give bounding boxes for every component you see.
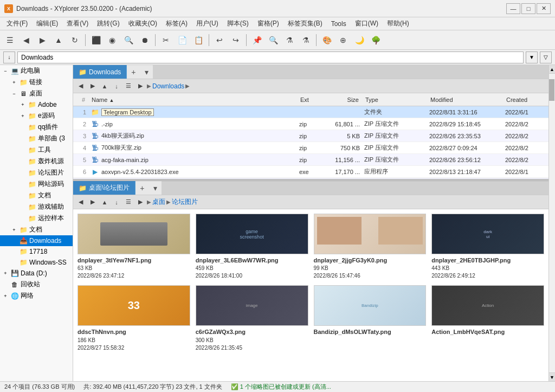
forum-tab[interactable]: 📁 桌面\论坛图片 (73, 181, 135, 195)
nav-back-btn2[interactable]: ◀ (75, 197, 86, 208)
stop-button[interactable]: ⬛ (88, 33, 104, 48)
copy-button[interactable]: 📄 (175, 33, 190, 48)
menu-item-a[interactable]: 标签(A) (162, 18, 192, 29)
col-size[interactable]: Size (319, 97, 362, 103)
menu-item-s[interactable]: 脚本(S) (223, 18, 253, 29)
downloads-tab[interactable]: 📁 Downloads (73, 65, 127, 79)
tab-add-button2[interactable]: + (135, 181, 149, 195)
nav-up-btn2[interactable]: ▲ (99, 197, 110, 208)
paste-button[interactable]: 📋 (191, 33, 206, 48)
table-row[interactable]: 5 🗜 acg-faka-main.zip zip 11,156 ... ZIP… (73, 154, 548, 166)
menu-item-f[interactable]: 文件(F) (2, 18, 32, 29)
record-button[interactable]: ⏺ (137, 33, 152, 48)
nav-up-btn[interactable]: ▲ (99, 81, 110, 92)
pin-button[interactable]: 📌 (249, 33, 264, 48)
sidebar-item-esource[interactable]: + 📁 e源码 (0, 110, 73, 121)
sidebar-item-docs2[interactable]: + 📁 文档 (0, 224, 73, 235)
table-row[interactable]: 6 ▶ aoxvpn-v2.5.4-22031823.exe exe 17,17… (73, 166, 548, 178)
chart-button[interactable]: 🎨 (319, 33, 334, 48)
addr-filter-button[interactable]: ▽ (540, 52, 552, 63)
menu-item-w[interactable]: 窗口(W) (351, 18, 383, 29)
sidebar-item-downloads[interactable]: 📥 Downloads (0, 235, 73, 246)
sidebar-item-adobe[interactable]: + 📁 Adobe (0, 99, 73, 110)
circle-button[interactable]: ◉ (105, 33, 120, 48)
sidebar-item-17718[interactable]: 📁 17718 (0, 246, 73, 257)
nav-refresh-btn2[interactable]: ↓ (111, 197, 122, 208)
col-type[interactable]: Type (362, 97, 427, 103)
sidebar-item-single[interactable]: 📁 单部曲 (3 (0, 133, 73, 144)
sidebar-item-data-d[interactable]: + 💾 Data (D:) (0, 268, 73, 279)
menu-item-tools[interactable]: Tools (327, 19, 351, 29)
col-name[interactable]: Name ▲ (88, 97, 297, 103)
col-num[interactable]: # (75, 97, 88, 103)
table-row[interactable]: 3 🗜 4kb聊天源码.zip zip 5 KB ZIP 压缩文件 2022/8… (73, 130, 548, 142)
close-button[interactable]: ✕ (537, 3, 551, 14)
sidebar-item-game[interactable]: 📁 游戏辅助 (0, 201, 73, 213)
filter3-button[interactable]: ⚗ (298, 33, 313, 48)
addr-go-button[interactable]: ▼ (526, 52, 538, 63)
menu-item-o[interactable]: 收藏夹(O) (124, 18, 162, 29)
tab-options-button[interactable]: ▾ (140, 65, 153, 79)
sidebar-item-computer[interactable]: − 💻 此电脑 (0, 65, 73, 76)
list-item[interactable]: Bandizip Bandizip_dMsOLWTaty.png (314, 285, 427, 351)
scroll-up[interactable]: ▲ (549, 65, 555, 74)
menu-item-u[interactable]: 用户(U) (192, 18, 223, 29)
undo-button[interactable]: ↩ (212, 33, 227, 48)
add-button[interactable]: ⊕ (335, 33, 351, 48)
sidebar-item-links[interactable]: + 📁 链接 (0, 76, 73, 88)
nav-next-btn2[interactable]: ▶ (135, 197, 146, 208)
table-row[interactable]: 1 📁 Telegram Desktop 文件夹 2022/8/31 3:31:… (73, 106, 548, 118)
table-row[interactable]: 4 🗜 700k聊天室.zip zip 750 KB ZIP 压缩文件 2022… (73, 142, 548, 154)
col-created[interactable]: Created (503, 97, 546, 103)
tab-options-button2[interactable]: ▾ (149, 181, 162, 195)
back-button[interactable]: ◀ (18, 33, 34, 48)
list-item[interactable]: dnplayer_2jjgFG3yK0.png 99 KB 2022/8/26 … (314, 214, 427, 280)
col-modified[interactable]: Modified (427, 97, 503, 103)
filter-button[interactable]: 🔍 (266, 33, 281, 48)
menu-item-h[interactable]: 帮助(H) (383, 18, 414, 29)
search-button[interactable]: 🔍 (121, 33, 136, 48)
view-btn[interactable]: ☰ (123, 81, 134, 92)
table-row[interactable]: 2 🗜 .-zip zip 61,801 ... ZIP 压缩文件 2022/8… (73, 118, 548, 130)
addr-down-button[interactable]: ↓ (3, 52, 15, 63)
refresh-button[interactable]: ↻ (67, 33, 82, 48)
redo-button[interactable]: ↪ (228, 33, 243, 48)
menu-item-b[interactable]: 标签页集(B) (283, 18, 327, 29)
sidebar-item-desktop[interactable]: − 🖥 桌面 (0, 88, 73, 99)
sidebar-item-tools[interactable]: 📁 工具 (0, 144, 73, 156)
menu-item-e[interactable]: 编辑(E) (32, 18, 62, 29)
nav-refresh-btn[interactable]: ↓ (111, 81, 122, 92)
list-item[interactable]: Action Action_LmbHVqeSAT.png (431, 285, 544, 351)
breadcrumb-part-downloads[interactable]: Downloads (152, 82, 184, 90)
nav-forward-btn[interactable]: ▶ (87, 81, 98, 92)
nav-back-btn[interactable]: ◀ (75, 81, 86, 92)
sidebar-item-docs[interactable]: 📁 文档 (0, 190, 73, 201)
scroll-thumb[interactable] (549, 79, 554, 101)
minimize-button[interactable]: — (506, 3, 520, 14)
menu-item-g[interactable]: 跳转(G) (93, 18, 124, 29)
sidebar-item-website[interactable]: 📁 网站源码 (0, 178, 73, 190)
sidebar-item-network[interactable]: + 🌐 网络 (0, 290, 73, 301)
list-item[interactable]: darkui dnplayer_2HE0TBJGHP.png 443 KB 20… (431, 214, 544, 280)
view-btn2[interactable]: ☰ (123, 197, 134, 208)
list-item[interactable]: image c6rGZaWQx3.png 300 KB 2022/8/26 21… (196, 285, 308, 351)
menu-icon-button[interactable]: ☰ (2, 33, 17, 48)
menu-item-p[interactable]: 窗格(P) (253, 18, 283, 29)
sidebar-item-windows[interactable]: 📁 Windows-SS (0, 257, 73, 268)
filter2-button[interactable]: ⚗ (282, 33, 297, 48)
breadcrumb-desktop[interactable]: 桌面 (152, 197, 165, 207)
col-ext[interactable]: Ext (297, 97, 319, 103)
maximize-button[interactable]: □ (521, 3, 535, 14)
sidebar-item-forum-img[interactable]: 📁 论坛图片 (0, 167, 73, 178)
tree-button[interactable]: 🌳 (368, 33, 383, 48)
cut-button[interactable]: ✂ (158, 33, 173, 48)
sidebar-item-remote[interactable]: 📁 远控样本 (0, 213, 73, 224)
tab-add-button[interactable]: + (127, 65, 140, 79)
moon-button[interactable]: 🌙 (352, 33, 367, 48)
nav-next-btn[interactable]: ▶ (135, 81, 146, 92)
breadcrumb-forum[interactable]: 论坛图片 (172, 197, 198, 207)
nav-forward-btn2[interactable]: ▶ (87, 197, 98, 208)
sidebar-item-bomber[interactable]: 📁 轰炸机源 (0, 156, 73, 167)
menu-item-v[interactable]: 查看(V) (62, 18, 93, 29)
list-item[interactable]: dnplayer_3tlYew7NF1.png 63 KB 2022/8/26 … (78, 214, 190, 280)
